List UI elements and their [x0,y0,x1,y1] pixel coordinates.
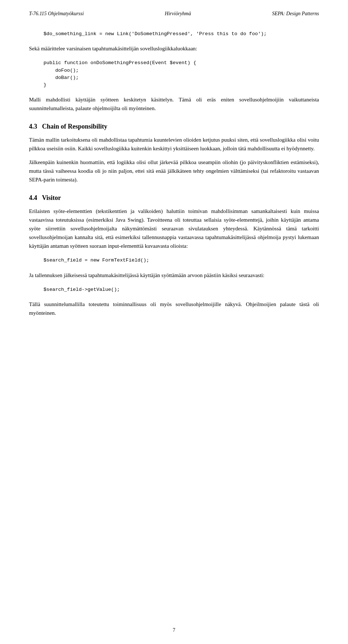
section-44-para2: Ja tallennuksen jälkeisessä tapahtumakäs… [29,271,319,280]
code-block-4: $search_field->getValue(); [44,286,319,293]
page-footer: 7 [0,627,348,633]
page-number: 7 [173,627,175,633]
section-43-para2: Jälkeenpäin kuinenkin huomattiin, että l… [29,158,319,184]
section-44: 4.4 Visitor Erilaisten syöte-elementtien… [29,194,319,317]
section-44-title: Visitor [42,194,61,201]
code-block-2: public function onDoSomethingPressed(Eve… [44,59,319,89]
page-header: T-76.115 Ohjelmatyökurssi Hirviöryhmä SE… [29,11,319,20]
section-43: 4.3 Chain of Responsibility Tämän mallin… [29,123,319,184]
header-left: T-76.115 Ohjelmatyökurssi [29,11,84,17]
body-text-1: Sekä määrittelee varsinaisen tapahtumakä… [29,44,319,53]
section-43-title: Chain of Responsibility [42,123,107,130]
section-44-heading: 4.4 Visitor [29,194,319,202]
header-center: Hirviöryhmä [165,11,191,17]
section-44-para1: Erilaisten syöte-elementtien (tekstikent… [29,207,319,250]
section-43-number: 4.3 [29,123,37,130]
body-text-2: Malli mahdollisti käyttäjän syötteen kes… [29,95,319,113]
section-44-number: 4.4 [29,194,37,201]
code-block-3: $search_field = new FormTextField(); [44,257,319,264]
header-right: SEPA: Design Patterns [272,11,319,17]
section-43-heading: 4.3 Chain of Responsibility [29,123,319,130]
code-block-1: $do_something_link = new Link('DoSomethi… [44,30,319,38]
page-container: T-76.115 Ohjelmatyökurssi Hirviöryhmä SE… [0,0,348,644]
section-44-para3: Tällä suunnittelumallilla toteutettu toi… [29,300,319,317]
section-43-para1: Tämän mallin tarkoituksena oli mahdollis… [29,135,319,153]
